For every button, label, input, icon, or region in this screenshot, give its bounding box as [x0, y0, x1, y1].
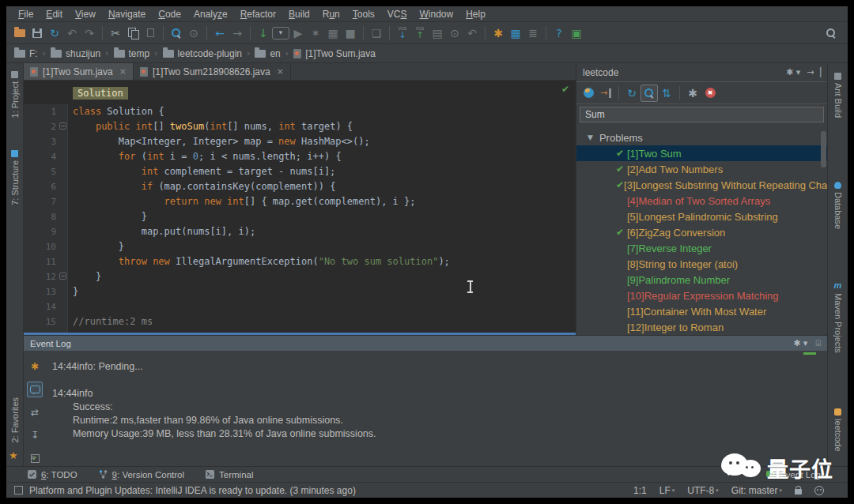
fold-icon[interactable]: – [59, 122, 66, 130]
settings-icon[interactable]: ✱ [489, 24, 507, 42]
stop-icon[interactable]: ■ [342, 24, 359, 42]
code-pane[interactable]: 12–3456789101112–13141516 class Solution… [24, 81, 576, 333]
sidebar-item-structure[interactable]: 7: Structure [6, 150, 23, 205]
problem-row-6[interactable]: ✔[6]ZigZag Conversion [576, 224, 827, 240]
breadcrumb-item-temp[interactable]: temp [114, 48, 150, 59]
favorites-star-icon[interactable]: ★ [9, 449, 18, 461]
leetcode-login-icon[interactable]: → [597, 85, 614, 102]
caret-position-widget[interactable]: 1:1 [633, 485, 647, 496]
menu-edit[interactable]: Edit [40, 7, 68, 21]
pin-window-icon[interactable]: ❏ [368, 24, 385, 42]
leetcode-search-icon[interactable] [640, 85, 658, 102]
toolwindow-todo[interactable]: 6: TODO [27, 469, 77, 480]
tab-close-icon[interactable]: × [277, 66, 284, 77]
status-message-icon[interactable] [14, 486, 23, 495]
problem-row-9[interactable]: [9]Palindrome Number [576, 272, 827, 288]
toolwindow-leetcode[interactable]: leetcode [828, 408, 848, 452]
toolwindow-maven[interactable]: m Maven Projects [828, 280, 848, 353]
open-folder-icon[interactable] [11, 24, 28, 42]
menu-refactor[interactable]: Refactor [235, 7, 282, 21]
toolwindow-database[interactable]: Database [828, 182, 848, 229]
menu-analyze[interactable]: Analyze [188, 7, 233, 21]
leetcode-collapse-icon[interactable]: ⇅ [658, 85, 675, 102]
problem-row-8[interactable]: [8]String to Integer (atoi) [576, 256, 827, 272]
toolwindow-version-control[interactable]: 9: Version Control [98, 469, 184, 480]
event-log-minimize-icon[interactable]: ⍗ [815, 338, 821, 348]
menu-view[interactable]: View [70, 7, 101, 21]
problem-row-4[interactable]: [4]Median of Two Sorted Arrays [576, 193, 827, 209]
event-log-more-icon[interactable]: » [30, 452, 36, 463]
event-log-diff-icon[interactable]: ⇄ [27, 404, 43, 420]
menu-build[interactable]: Build [283, 7, 316, 21]
redo-icon[interactable]: ↷ [81, 24, 98, 42]
history-icon[interactable]: ⊙ [446, 24, 463, 42]
status-message[interactable]: Platform and Plugin Updates: IntelliJ ID… [29, 485, 356, 496]
copy-icon[interactable] [124, 24, 142, 42]
cleanup-icon[interactable]: ≣ [524, 24, 542, 42]
problem-row-7[interactable]: [7]Reverse Integer [576, 240, 827, 256]
cut-icon[interactable]: ✂ [107, 24, 124, 42]
menu-vcs[interactable]: VCS [382, 7, 413, 21]
menu-run[interactable]: Run [317, 7, 346, 21]
menu-tools[interactable]: Tools [347, 7, 380, 21]
panel-hide-icon[interactable]: →▕ [807, 67, 821, 77]
search-everywhere-icon[interactable] [822, 24, 840, 42]
event-log-messages-icon[interactable] [27, 382, 43, 397]
breadcrumb-item-en[interactable]: en [255, 48, 280, 59]
problem-row-2[interactable]: ✔[2]Add Two Numbers [576, 161, 827, 177]
leetcode-search-input[interactable]: Sum [580, 107, 824, 122]
event-log-import-icon[interactable]: ↧ [27, 427, 43, 443]
menu-help[interactable]: Help [460, 7, 491, 21]
paste-icon[interactable] [142, 24, 159, 42]
ide-fatal-errors-icon[interactable] [814, 486, 824, 495]
debug-icon[interactable]: ✶ [307, 24, 324, 42]
editor-tab-0[interactable]: [1]Two Sum.java× [24, 63, 134, 80]
vcs-update-icon[interactable]: VCS↓ [394, 24, 411, 42]
panel-gear-icon[interactable]: ✱ ▾ [786, 67, 800, 77]
bytecode-order-icon[interactable]: ↓ [255, 24, 272, 42]
menu-code[interactable]: Code [153, 7, 187, 21]
project-structure-icon[interactable]: ▦ [507, 24, 524, 42]
save-all-icon[interactable] [28, 24, 46, 42]
problems-scrollbar[interactable] [821, 131, 826, 167]
problem-row-12[interactable]: [12]Integer to Roman [576, 319, 827, 335]
leetcode-refresh-icon[interactable]: ↻ [623, 85, 640, 102]
tree-expand-icon[interactable]: ▼ [588, 134, 593, 141]
android-sync-icon[interactable]: ▣ [568, 24, 585, 42]
problem-row-3[interactable]: ✔[3]Longest Substring Without Repeating … [576, 177, 827, 193]
breadcrumb-item-shuzijun[interactable]: shuzijun [51, 48, 100, 59]
run-config-selector[interactable]: ▼ [272, 24, 289, 42]
event-log-gear-icon[interactable]: ✱ ▾ [793, 338, 807, 348]
forward-icon[interactable]: → [229, 24, 246, 42]
lock-icon[interactable] [795, 489, 802, 495]
fold-icon[interactable]: – [59, 273, 66, 280]
leetcode-settings-icon[interactable]: ✱ [684, 85, 701, 102]
find-icon[interactable] [168, 24, 185, 42]
coverage-icon[interactable]: ▦ [324, 24, 342, 42]
help-icon[interactable]: ? [550, 24, 568, 42]
problem-row-11[interactable]: [11]Container With Most Water [576, 303, 827, 319]
sidebar-item-favorites[interactable]: 2: Favorites [6, 397, 23, 442]
problem-row-10[interactable]: [10]Regular Expression Matching [576, 288, 827, 303]
undo-icon[interactable]: ↶ [63, 24, 81, 42]
git-branch-widget[interactable]: Git: master▾ [731, 485, 782, 496]
shelve-icon[interactable]: ▤ [429, 24, 446, 42]
toolwindow-ant-build[interactable]: Ant Build [828, 73, 848, 118]
problem-row-5[interactable]: [5]Longest Palindromic Substring [576, 209, 827, 224]
menu-window[interactable]: Window [414, 7, 459, 21]
leetcode-navigator-icon[interactable] [580, 85, 597, 102]
toolwindow-event-log-button[interactable]: Event Log [765, 469, 821, 480]
vcs-commit-icon[interactable]: VCS↑ [411, 24, 429, 42]
breadcrumb-item-leetcodeplugin[interactable]: leetcode-plugin [163, 48, 242, 59]
synchronize-icon[interactable]: ↻ [46, 24, 63, 42]
rollback-icon[interactable]: ↶ [463, 24, 481, 42]
code-editor[interactable]: [1]Two Sum.java×[1]Two Sum218908626.java… [24, 63, 576, 335]
tree-root-problems[interactable]: ▼ Problems [576, 130, 827, 145]
leetcode-logout-icon[interactable]: ✖ [701, 85, 719, 102]
toolwindow-terminal[interactable]: Terminal [205, 469, 253, 480]
line-separator-widget[interactable]: LF▾ [659, 485, 675, 496]
replace-icon[interactable]: ⊙ [185, 24, 202, 42]
encoding-widget[interactable]: UTF-8▾ [687, 485, 719, 496]
sidebar-item-project[interactable]: 1: Project [6, 71, 23, 118]
tab-close-icon[interactable]: × [119, 66, 127, 77]
